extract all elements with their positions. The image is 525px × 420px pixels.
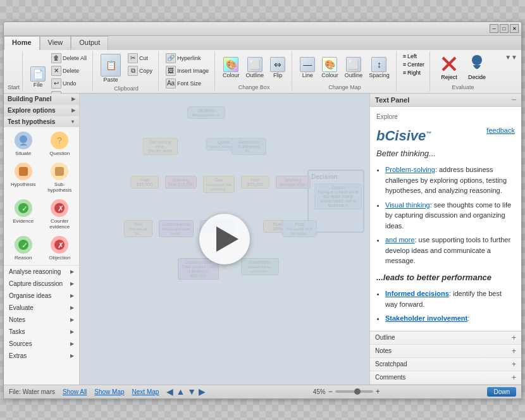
nav-arrows: ◀ ▲ ▼ ▶	[166, 386, 206, 397]
show-all-link[interactable]: Show All	[63, 388, 87, 395]
flip-button[interactable]: ⇔ Flip	[268, 56, 288, 80]
nav-up-arrow[interactable]: ▲	[176, 386, 185, 397]
canvas-area[interactable]: SituationManagement of.. Set out my view…	[80, 94, 369, 385]
file-icon: 📄	[30, 66, 46, 82]
insert-image-icon: 🖼	[166, 66, 176, 76]
cut-button[interactable]: ✂ Cut	[126, 52, 154, 64]
notes-plus[interactable]: +	[512, 347, 516, 355]
sidebar-item-analyse-reasoning[interactable]: Analyse reasoning ▶	[4, 266, 79, 278]
align-left-button[interactable]: ≡ Left	[402, 52, 426, 60]
outline-plus[interactable]: +	[512, 333, 516, 342]
sub-hypothesis-label: Sub-hypothesis	[45, 182, 75, 193]
evaluate-arrow: ▶	[70, 305, 74, 311]
explore-options-header[interactable]: Explore options ▶	[4, 105, 79, 116]
question-label: Question	[49, 151, 70, 156]
play-button[interactable]	[199, 214, 250, 264]
ribbon-expand-button[interactable]: ▼▼	[503, 51, 519, 92]
nav-left-arrow[interactable]: ◀	[166, 386, 173, 397]
sidebar-item-notes[interactable]: Notes ▶	[4, 314, 79, 326]
zoom-plus[interactable]: +	[376, 387, 380, 396]
map-outline-button[interactable]: ⬜ Outline	[342, 56, 366, 80]
building-panel-header[interactable]: Building Panel ▶	[4, 94, 79, 104]
tab-view[interactable]: View	[40, 36, 71, 50]
sidebar-item-tasks[interactable]: Tasks ▶	[4, 326, 79, 338]
tab-output[interactable]: Output	[71, 36, 108, 50]
sidebar-item-reason[interactable]: ✓ Reason	[6, 234, 40, 262]
stakeholder-link[interactable]: Stakeholder involvement	[385, 314, 467, 322]
edit-box-group: 📄 File 🗑 Delete All ✕ Delete	[24, 51, 93, 92]
reject-icon	[439, 54, 459, 74]
panel-header: Text Panel ─	[370, 94, 521, 107]
sidebar-item-extras[interactable]: Extras ▶	[4, 350, 79, 362]
next-map-link[interactable]: Next Map	[132, 388, 159, 395]
trademark-symbol: ™	[426, 130, 431, 136]
undo-button[interactable]: ↩ Undo	[49, 78, 89, 89]
sidebar-item-evaluate[interactable]: Evaluate ▶	[4, 302, 79, 314]
tab-home[interactable]: Home	[4, 36, 40, 50]
sub-hypothesis-icon	[51, 163, 68, 180]
spacing-button[interactable]: ↕ Spacing	[366, 56, 392, 80]
minimize-button[interactable]: ─	[490, 24, 498, 33]
reject-button[interactable]: Reject	[436, 52, 462, 82]
scratchpad-section[interactable]: Scratchpad +	[370, 358, 521, 371]
hypothesis-label: Hypothesis	[11, 182, 36, 187]
align-right-button[interactable]: ≡ Right	[402, 69, 426, 77]
comments-section[interactable]: Comments +	[370, 371, 521, 385]
visual-thinking-link[interactable]: Visual thinking	[385, 201, 430, 209]
sidebar-item-question[interactable]: ? Question	[43, 130, 77, 158]
right-panel: Text Panel ─ Explore feedback bCisive™ B…	[369, 94, 521, 385]
zoom-thumb	[354, 388, 361, 395]
test-hypothesis-items: Situate ? Question Hypothesis	[4, 127, 79, 265]
copy-button[interactable]: ⧉ Copy	[126, 65, 154, 77]
align-center-button[interactable]: ≡ Center	[402, 61, 426, 68]
scratchpad-plus[interactable]: +	[512, 360, 516, 369]
notes-section[interactable]: Notes +	[370, 345, 521, 358]
sidebar-item-objection[interactable]: ✗ Objection	[43, 234, 77, 262]
file-button[interactable]: 📄 File	[28, 65, 48, 89]
sidebar-item-counter-evidence[interactable]: ✗ Counter evidence	[43, 197, 77, 232]
sidebar-item-capture-discussion[interactable]: Capture discussion ▶	[4, 278, 79, 290]
outline-button[interactable]: ⬜ Outline	[244, 56, 267, 80]
zoom-percent: 45%	[313, 388, 326, 395]
sidebar-item-sources[interactable]: Sources ▶	[4, 338, 79, 350]
informed-decisions-link[interactable]: Informed decisions	[385, 290, 449, 297]
comments-plus[interactable]: +	[512, 373, 516, 382]
colour-button[interactable]: 🎨 Colour	[220, 56, 242, 80]
svg-text:✗: ✗	[58, 204, 64, 213]
map-colour-button[interactable]: 🎨 Colour	[319, 56, 341, 80]
list-item-problem-solving: Problem-solving: address business challe…	[385, 164, 515, 196]
feedback-link[interactable]: feedback	[486, 125, 515, 136]
delete-all-button[interactable]: 🗑 Delete All	[49, 52, 89, 64]
decide-button[interactable]: Decide	[464, 52, 490, 82]
zoom-slider[interactable]	[335, 390, 373, 393]
nav-right-arrow[interactable]: ▶	[199, 386, 206, 397]
title-bar: ─ □ ✕	[4, 22, 521, 36]
title-bar-buttons: ─ □ ✕	[490, 24, 519, 33]
sidebar-item-sub-hypothesis[interactable]: Sub-hypothesis	[43, 161, 77, 195]
hyperlink-button[interactable]: 🔗 Hyperlink	[164, 52, 211, 64]
panel-close-button[interactable]: ─	[512, 96, 516, 103]
evaluate-label: Evaluate	[452, 83, 474, 90]
insert-image-button[interactable]: 🖼 Insert Image	[164, 65, 211, 77]
zoom-minus[interactable]: −	[328, 387, 333, 396]
maximize-button[interactable]: □	[500, 24, 509, 33]
sidebar-item-evidence[interactable]: ✓ Evidence	[6, 197, 40, 232]
down-button[interactable]: Down	[487, 387, 516, 397]
video-overlay[interactable]	[80, 94, 369, 385]
outline-section[interactable]: Outline +	[370, 331, 521, 345]
close-button[interactable]: ✕	[510, 24, 519, 33]
panel-content: Explore feedback bCisive™ Better thinkin…	[370, 107, 521, 331]
sidebar-item-hypothesis[interactable]: Hypothesis	[6, 161, 40, 195]
paste-button[interactable]: 📋 Paste	[98, 52, 123, 84]
line-button[interactable]: — Line	[297, 56, 318, 80]
and-more-link[interactable]: and more	[385, 236, 414, 244]
svg-point-2	[472, 55, 482, 65]
delete-button[interactable]: ✕ Delete	[49, 65, 89, 77]
problem-solving-link[interactable]: Problem-solving	[385, 166, 435, 173]
test-hypothesis-header[interactable]: Test hypothesis ▼	[4, 116, 79, 127]
sidebar-item-situate[interactable]: Situate	[6, 130, 40, 158]
font-size-button[interactable]: Aa Font Size	[164, 78, 211, 89]
sidebar-item-organise-ideas[interactable]: Organise ideas ▶	[4, 290, 79, 302]
nav-down-arrow[interactable]: ▼	[187, 386, 196, 397]
show-map-link[interactable]: Show Map	[94, 388, 124, 395]
